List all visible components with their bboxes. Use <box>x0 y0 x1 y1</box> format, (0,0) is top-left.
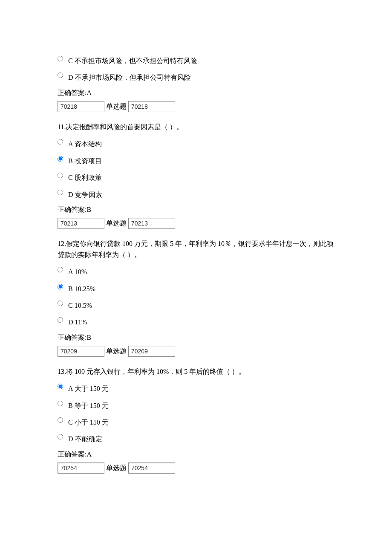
q12-option-b-text: B 10.25% <box>68 283 95 294</box>
q11-answer: 正确答案:B <box>58 205 334 214</box>
exam-page: C 不承担市场风险，也不承担公司特有风险 D 不承担市场风险，但承担公司特有风险… <box>0 0 392 509</box>
q13-qtype: 单选题 <box>106 464 127 473</box>
q12-qtype: 单选题 <box>106 347 127 356</box>
radio-q13-b[interactable] <box>58 401 63 406</box>
q10-meta-row: 70218 单选题 70218 <box>58 101 334 112</box>
q10-option-c-text: C 不承担市场风险，也不承担公司特有风险 <box>68 55 197 66</box>
q11-option-a-text: A 资本结构 <box>68 138 102 149</box>
q13-option-b[interactable]: B 等于 150 元 <box>58 400 334 410</box>
q12-option-a[interactable]: A 10% <box>58 266 334 277</box>
q13-option-b-text: B 等于 150 元 <box>68 400 109 410</box>
radio-q11-c[interactable] <box>58 173 63 178</box>
q10-id-box-1[interactable]: 70218 <box>58 101 104 112</box>
q10-option-c[interactable]: C 不承担市场风险，也不承担公司特有风险 <box>58 55 334 66</box>
q12-option-d[interactable]: D 11% <box>58 316 334 327</box>
radio-q12-b[interactable] <box>58 284 63 289</box>
radio-q11-d[interactable] <box>58 190 63 195</box>
q13-option-d[interactable]: D 不能确定 <box>58 433 334 444</box>
q12-option-c-text: C 10.5% <box>68 300 92 310</box>
radio-q11-b[interactable] <box>58 156 63 162</box>
q11-option-b[interactable]: B 投资项目 <box>58 155 334 166</box>
q12-option-a-text: A 10% <box>68 266 87 277</box>
q13-id-box-1[interactable]: 70254 <box>58 462 104 474</box>
q11-option-b-text: B 投资项目 <box>68 155 102 166</box>
q13-option-c[interactable]: C 小于 150 元 <box>58 416 334 427</box>
q11-option-c-text: C 股利政策 <box>68 172 102 182</box>
q12-id-box-2[interactable]: 70209 <box>128 346 175 357</box>
q10-answer: 正确答案:A <box>58 89 334 98</box>
q11-text: 11.决定报酬率和风险的首要因素是（ ）。 <box>58 121 334 133</box>
q13-text: 13.将 100 元存入银行，年利率为 10%，则 5 年后的终值（ ）。 <box>58 366 334 377</box>
q10-qtype: 单选题 <box>106 102 127 111</box>
q13-option-a[interactable]: A 大于 150 元 <box>58 383 334 393</box>
radio-q12-d[interactable] <box>58 317 63 323</box>
q13-option-d-text: D 不能确定 <box>68 433 102 444</box>
q10-option-d-text: D 不承担市场风险，但承担公司特有风险 <box>68 72 191 82</box>
q13-answer: 正确答案:A <box>58 450 334 459</box>
q12-option-d-text: D 11% <box>68 316 87 327</box>
radio-q13-d[interactable] <box>58 434 63 439</box>
radio-q12-a[interactable] <box>58 267 63 272</box>
q12-option-b[interactable]: B 10.25% <box>58 283 334 294</box>
q13-option-a-text: A 大于 150 元 <box>68 383 109 393</box>
q12-text: 12.假定你向银行贷款 100 万元，期限 5 年，年利率为 10％，银行要求半… <box>58 238 334 260</box>
q12-option-c[interactable]: C 10.5% <box>58 300 334 310</box>
q13-id-box-2[interactable]: 70254 <box>128 462 175 474</box>
radio-q11-a[interactable] <box>58 139 63 145</box>
q12-meta-row: 70209 单选题 70209 <box>58 346 334 357</box>
q11-option-d-text: D 竞争因素 <box>68 189 102 199</box>
q13-meta-row: 70254 单选题 70254 <box>58 462 334 474</box>
q13-option-c-text: C 小于 150 元 <box>68 416 109 427</box>
q11-meta-row: 70213 单选题 70213 <box>58 218 334 229</box>
q11-id-box-1[interactable]: 70213 <box>58 218 104 229</box>
radio-q10-c[interactable] <box>58 56 63 61</box>
q12-id-box-1[interactable]: 70209 <box>58 346 104 357</box>
q10-id-box-2[interactable]: 70218 <box>128 101 175 112</box>
q11-id-box-2[interactable]: 70213 <box>128 218 175 229</box>
q12-answer: 正确答案:B <box>58 333 334 342</box>
q10-option-d[interactable]: D 不承担市场风险，但承担公司特有风险 <box>58 72 334 82</box>
q11-qtype: 单选题 <box>106 219 127 228</box>
q11-option-a[interactable]: A 资本结构 <box>58 138 334 149</box>
radio-q10-d[interactable] <box>58 72 63 78</box>
q11-option-c[interactable]: C 股利政策 <box>58 172 334 182</box>
radio-q13-c[interactable] <box>58 417 63 423</box>
q11-option-d[interactable]: D 竞争因素 <box>58 189 334 199</box>
radio-q13-a[interactable] <box>58 384 63 389</box>
radio-q12-c[interactable] <box>58 301 63 306</box>
